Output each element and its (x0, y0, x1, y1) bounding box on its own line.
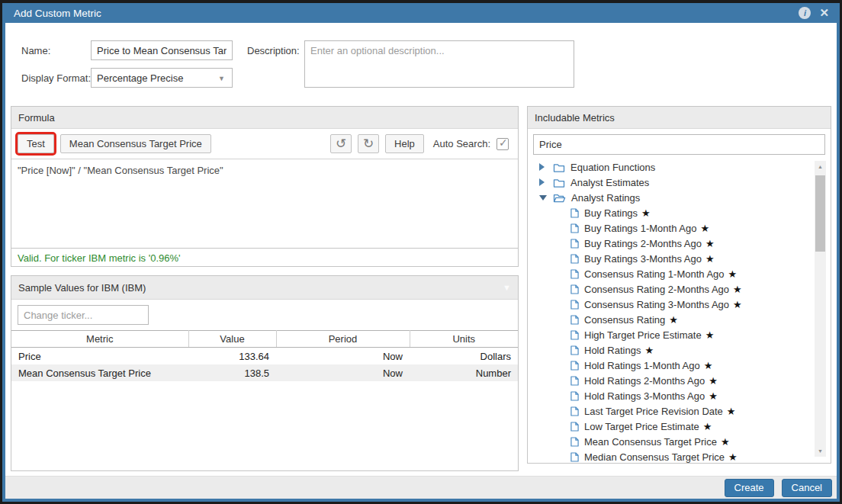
scrollbar-track[interactable] (815, 172, 826, 445)
star-icon: ★ (709, 390, 718, 402)
tree-item-buy-ratings[interactable]: Buy Ratings★ (528, 205, 831, 220)
tree-item-label: Hold Ratings 3-Months Ago (584, 390, 705, 402)
tree-item-hold-ratings-3-months-ago[interactable]: Hold Ratings 3-Months Ago★ (528, 388, 831, 403)
tree-item-label: High Target Price Estimate (584, 329, 702, 341)
auto-search-checkbox[interactable]: ✓ (497, 138, 509, 150)
folder-icon (553, 162, 565, 172)
file-icon (570, 361, 579, 371)
tree-item-analyst-ratings[interactable]: Analyst Ratings (528, 190, 831, 205)
tree-item-label: Analyst Ratings (571, 192, 640, 204)
collapse-chevron-icon[interactable]: ▼ (503, 283, 511, 292)
add-custom-metric-dialog: Add Custom Metric i ✕ Name: Display Form… (2, 3, 840, 502)
tree-item-analyst-estimates[interactable]: Analyst Estimates (528, 175, 831, 190)
tree-item-label: Consensus Rating 1-Month Ago (584, 268, 725, 280)
expand-arrow-right-icon[interactable] (539, 163, 549, 171)
dialog-titlebar[interactable]: Add Custom Metric i ✕ (5, 3, 837, 23)
expand-arrow-down-icon[interactable] (539, 195, 549, 201)
formula-toolbar-right: ↺ ↻ Help Auto Search: ✓ (330, 134, 509, 153)
checkmark-icon: ✓ (499, 136, 508, 149)
tree-item-consensus-rating-2-months-ago[interactable]: Consensus Rating 2-Months Ago★ (528, 281, 831, 297)
tree-item-consensus-rating-1-month-ago[interactable]: Consensus Rating 1-Month Ago★ (528, 266, 831, 281)
tree-item-low-target-price-estimate[interactable]: Low Target Price Estimate★ (528, 419, 831, 434)
formula-expression-input[interactable]: "Price [Now]" / "Mean Consensus Target P… (11, 159, 518, 249)
tree-item-label: Hold Ratings (584, 345, 641, 356)
scroll-up-icon[interactable]: ▲ (815, 161, 826, 172)
tree-item-high-target-price-estimate[interactable]: High Target Price Estimate★ (528, 327, 831, 342)
name-input[interactable] (91, 40, 233, 60)
screen: Add Custom Metric i ✕ Name: Display Form… (0, 0, 842, 504)
table-header-row: Metric Value Period Units (11, 331, 518, 348)
tree-item-hold-ratings[interactable]: Hold Ratings★ (528, 342, 831, 358)
star-icon: ★ (705, 238, 715, 249)
column-header-metric: Metric (11, 331, 188, 348)
tree-item-label: Hold Ratings 1-Month Ago (584, 360, 700, 371)
star-icon: ★ (733, 299, 742, 310)
redo-icon: ↻ (363, 136, 374, 152)
tree-item-buy-ratings-3-months-ago[interactable]: Buy Ratings 3-Months Ago★ (528, 251, 831, 266)
tree-item-label: Mean Consensus Target Price (584, 436, 717, 448)
tree-item-equation-functions[interactable]: Equation Functions (528, 159, 831, 175)
triangle-shape (539, 178, 545, 186)
tree-scrollbar[interactable]: ▲ ▼ (815, 161, 826, 457)
name-label: Name: (21, 45, 50, 56)
table-row: Price133.64NowDollars (11, 348, 518, 365)
metric-search-input[interactable] (533, 134, 825, 155)
chevron-down-icon: ▼ (218, 75, 225, 82)
tree-item-buy-ratings-1-month-ago[interactable]: Buy Ratings 1-Month Ago★ (528, 220, 831, 236)
cell-value: 138.5 (188, 364, 276, 381)
sample-values-panel: Sample Values for IBM (IBM) ▼ Metric Val… (11, 275, 519, 471)
includable-metrics-panel: Includable Metrics Equation FunctionsAna… (527, 106, 831, 464)
file-icon (570, 239, 579, 249)
display-format-dropdown[interactable]: Percentage Precise ▼ (91, 68, 233, 88)
star-icon: ★ (728, 451, 738, 463)
file-icon (570, 330, 579, 340)
star-icon: ★ (704, 360, 713, 371)
insert-metric-button[interactable]: Mean Consensus Target Price (60, 134, 211, 153)
column-header-units: Units (410, 331, 518, 348)
cell-units: Number (410, 364, 518, 381)
column-header-value: Value (188, 331, 276, 348)
redo-button[interactable]: ↻ (358, 134, 379, 153)
star-icon: ★ (705, 329, 715, 341)
create-button[interactable]: Create (725, 479, 774, 497)
sample-values-table: Metric Value Period Units Price133.64Now… (11, 330, 518, 381)
dialog-body: Name: Display Format: Percentage Precise… (5, 23, 837, 499)
sample-values-header[interactable]: Sample Values for IBM (IBM) ▼ (11, 276, 518, 300)
star-icon: ★ (641, 207, 651, 219)
test-button[interactable]: Test (18, 134, 54, 153)
tree-item-consensus-rating[interactable]: Consensus Rating★ (528, 312, 831, 327)
cancel-button[interactable]: Cancel (782, 479, 832, 497)
tree-item-label: Buy Ratings 2-Months Ago (584, 238, 702, 249)
tree-item-consensus-rating-3-months-ago[interactable]: Consensus Rating 3-Months Ago★ (528, 297, 831, 312)
file-icon (570, 391, 579, 401)
help-button[interactable]: Help (385, 134, 424, 153)
expand-arrow-right-icon[interactable] (539, 178, 549, 186)
tree-item-mean-consensus-target-price[interactable]: Mean Consensus Target Price★ (528, 434, 831, 449)
tree-item-hold-ratings-1-month-ago[interactable]: Hold Ratings 1-Month Ago★ (528, 358, 831, 373)
tree-item-label: Buy Ratings (584, 207, 638, 219)
folder-icon (553, 178, 565, 188)
info-icon[interactable]: i (799, 7, 811, 19)
cell-period: Now (276, 348, 410, 365)
tree-item-buy-ratings-2-months-ago[interactable]: Buy Ratings 2-Months Ago★ (528, 236, 831, 251)
scroll-down-icon[interactable]: ▼ (815, 445, 826, 457)
file-icon (570, 223, 579, 233)
display-format-label: Display Format: (21, 72, 91, 84)
display-format-value: Percentage Precise (97, 72, 183, 84)
tree-item-label: Low Target Price Estimate (584, 421, 699, 432)
file-icon (570, 208, 579, 218)
triangle-shape (539, 163, 545, 171)
description-input[interactable] (304, 40, 574, 88)
scrollbar-thumb[interactable] (815, 175, 825, 252)
formula-validation-message: Valid. For ticker IBM metric is '0.96%' (11, 249, 518, 267)
formula-toolbar: Test Mean Consensus Target Price ↺ ↻ Hel… (11, 129, 518, 159)
star-icon: ★ (669, 314, 678, 326)
close-icon[interactable]: ✕ (819, 7, 829, 19)
file-icon (570, 269, 579, 279)
undo-button[interactable]: ↺ (330, 134, 352, 153)
change-ticker-input[interactable] (18, 305, 149, 325)
file-icon (570, 422, 579, 432)
tree-item-median-consensus-target-price[interactable]: Median Consensus Target Price★ (528, 449, 831, 463)
tree-item-last-target-price-revision-date[interactable]: Last Target Price Revision Date★ (528, 403, 831, 419)
tree-item-hold-ratings-2-months-ago[interactable]: Hold Ratings 2-Months Ago★ (528, 373, 831, 388)
